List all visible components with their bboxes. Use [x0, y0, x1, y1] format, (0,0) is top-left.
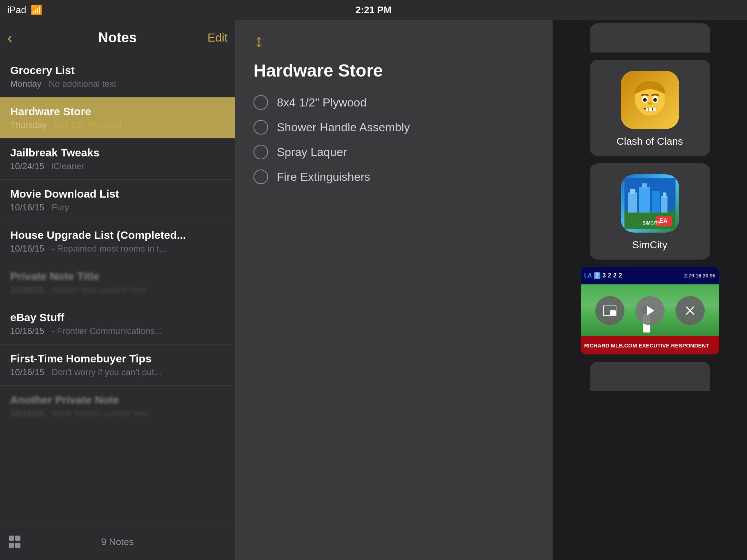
notes-list: Grocery List Monday No additional text H…: [0, 56, 235, 524]
note-date: Thursday: [10, 120, 47, 130]
close-video-button[interactable]: [676, 296, 705, 325]
note-item-jailbreak[interactable]: Jailbreak Tweaks 10/24/15 iCleaner: [0, 139, 235, 180]
grid-icon[interactable]: [9, 536, 22, 549]
notes-header: ‹ Notes Edit: [0, 20, 235, 56]
checklist-text-4: Fire Extinguishers: [277, 170, 370, 184]
app-switcher-panel: Clash of Clans: [553, 20, 747, 560]
svg-rect-12: [630, 189, 635, 194]
svg-text:SIMCITY: SIMCITY: [643, 221, 661, 226]
note-item-house[interactable]: House Upgrade List (Completed... 10/16/1…: [0, 221, 235, 262]
note-date: 10/16/15: [10, 408, 44, 418]
checkbox-4[interactable]: [253, 170, 268, 184]
note-detail-toolbar: ⤡: [253, 34, 534, 50]
svg-rect-8: [653, 108, 656, 111]
checklist-item-4[interactable]: Fire Extinguishers: [253, 170, 534, 184]
svg-rect-13: [639, 187, 650, 213]
note-subtitle: Thursday 8x4 1/2" Plywood: [10, 120, 225, 130]
note-item-private1[interactable]: Private Note Title 10/16/15 Hidden text …: [0, 262, 235, 303]
note-date: 10/16/15: [10, 326, 44, 336]
note-subtitle: 10/16/15 Fury: [10, 202, 225, 213]
note-subtitle: 10/16/15 More hidden content text: [10, 408, 225, 419]
note-item-movie[interactable]: Movie Download List 10/16/15 Fury: [0, 180, 235, 221]
notes-count: 9 Notes: [101, 536, 134, 548]
note-subtitle: 10/16/15 Hidden text content here: [10, 285, 225, 295]
note-preview: - Repainted most rooms in t...: [51, 244, 166, 253]
clash-app-name: Clash of Clans: [616, 136, 683, 147]
checkbox-2[interactable]: [253, 120, 268, 135]
note-preview: iCleaner: [51, 161, 84, 171]
note-title: Movie Download List: [10, 188, 225, 200]
simcity-icon: EA SIMCITY: [621, 174, 679, 233]
status-bar-left: iPad 📶: [7, 4, 42, 16]
grid-view-icon: [9, 536, 22, 549]
app-card-simcity[interactable]: EA SIMCITY SimCity: [590, 163, 710, 260]
note-date: 10/16/15: [10, 367, 44, 377]
coc-icon: [621, 71, 679, 129]
status-bar: iPad 📶 2:21 PM: [0, 0, 747, 20]
device-label: iPad: [7, 4, 26, 16]
note-preview: - Frontier Communications...: [51, 326, 162, 336]
note-date: Monday: [10, 79, 41, 89]
note-title: Hardware Store: [10, 105, 225, 118]
checklist-text-3: Spray Laquer: [277, 145, 347, 159]
app-card-clash[interactable]: Clash of Clans: [590, 60, 710, 156]
video-thumbnail: LA 2 3 222 2.79 16 30 95 RICHARD MLB.COM…: [581, 267, 719, 354]
note-date: 10/16/15: [10, 285, 44, 295]
checkbox-3[interactable]: [253, 145, 268, 159]
svg-rect-14: [642, 183, 647, 188]
svg-rect-7: [649, 108, 652, 111]
expand-icon[interactable]: ⤡: [250, 33, 268, 51]
back-button[interactable]: ‹: [7, 29, 12, 47]
video-card[interactable]: LA 2 3 222 2.79 16 30 95 RICHARD MLB.COM…: [581, 267, 719, 354]
note-subtitle: 10/16/15 - Repainted most rooms in t...: [10, 244, 225, 254]
note-item-homebuyer[interactable]: First-Time Homebuyer Tips 10/16/15 Don't…: [0, 345, 235, 386]
svg-rect-15: [652, 191, 660, 213]
checklist-item-1[interactable]: 8x4 1/2" Plywood: [253, 95, 534, 110]
svg-marker-23: [647, 306, 654, 315]
note-title: Jailbreak Tweaks: [10, 147, 225, 159]
checklist-text-1: 8x4 1/2" Plywood: [277, 96, 367, 109]
checkbox-1[interactable]: [253, 95, 268, 110]
checklist-item-2[interactable]: Shower Handle Assembly: [253, 120, 534, 135]
note-preview: Fury: [51, 202, 69, 212]
note-date: 10/24/15: [10, 161, 44, 171]
partial-app-card-top[interactable]: [590, 23, 710, 52]
play-button[interactable]: [635, 296, 665, 325]
note-item-grocery[interactable]: Grocery List Monday No additional text: [0, 56, 235, 97]
note-title: Grocery List: [10, 64, 225, 77]
svg-point-3: [643, 98, 647, 102]
main-layout: ‹ Notes Edit Grocery List Monday No addi…: [0, 20, 747, 560]
partial-app-card-bottom[interactable]: [590, 362, 710, 391]
checklist-item-3[interactable]: Spray Laquer: [253, 145, 534, 159]
note-preview: Don't worry if you can't put...: [51, 367, 161, 377]
note-title: First-Time Homebuyer Tips: [10, 353, 225, 365]
note-title: eBay Stuff: [10, 311, 225, 324]
svg-text:EA: EA: [659, 218, 667, 224]
edit-button[interactable]: Edit: [208, 31, 228, 44]
note-preview: 8x4 1/2" Plywood: [54, 120, 121, 130]
note-detail-title: Hardware Store: [253, 61, 534, 81]
note-subtitle: 10/24/15 iCleaner: [10, 161, 225, 171]
note-item-hardware[interactable]: Hardware Store Thursday 8x4 1/2" Plywood: [0, 97, 235, 139]
svg-rect-6: [646, 108, 649, 111]
pip-button[interactable]: [595, 296, 624, 325]
note-date: 10/16/15: [10, 202, 44, 212]
wifi-icon: 📶: [31, 4, 42, 16]
svg-point-4: [653, 98, 657, 102]
note-subtitle: 10/16/15 Don't worry if you can't put...: [10, 367, 225, 377]
note-title: Private Note Title: [10, 270, 225, 283]
note-subtitle: Monday No additional text: [10, 79, 225, 89]
svg-rect-22: [610, 310, 616, 315]
note-detail-panel: ⤡ Hardware Store 8x4 1/2" Plywood Shower…: [235, 20, 553, 560]
clash-app-icon: [621, 71, 679, 129]
note-item-private2[interactable]: Another Private Note 10/16/15 More hidde…: [0, 386, 235, 427]
simcity-app-name: SimCity: [632, 239, 667, 251]
svg-rect-17: [663, 192, 666, 198]
notes-panel: ‹ Notes Edit Grocery List Monday No addi…: [0, 20, 235, 560]
svg-rect-16: [661, 196, 667, 213]
note-subtitle: 10/16/15 - Frontier Communications...: [10, 326, 225, 336]
time-display: 2:21 PM: [356, 4, 391, 16]
note-item-ebay[interactable]: eBay Stuff 10/16/15 - Frontier Communica…: [0, 303, 235, 345]
svg-point-5: [648, 102, 652, 105]
notes-title: Notes: [98, 30, 137, 46]
